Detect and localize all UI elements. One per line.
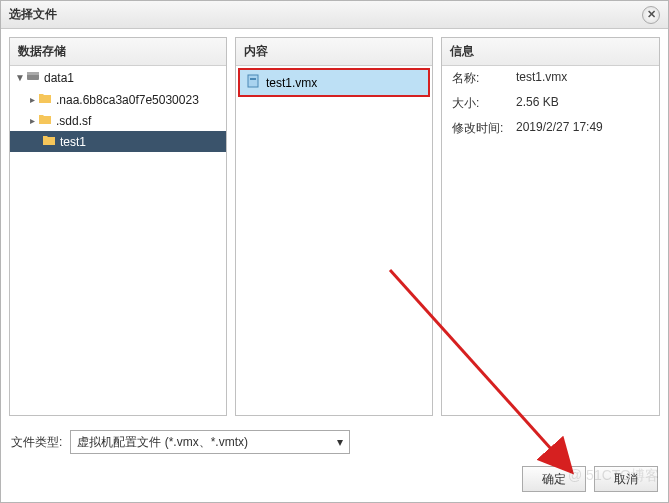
info-label: 大小: <box>452 95 516 112</box>
datastore-tree: ▼ data1 ▸ .naa.6b8ca3a0f7e5030023 ▸ <box>10 66 226 415</box>
ok-button[interactable]: 确定 <box>522 466 586 492</box>
button-label: 取消 <box>614 471 638 488</box>
tree-node-child[interactable]: ▸ .sdd.sf <box>10 110 226 131</box>
tree-node-child[interactable]: ▸ .naa.6b8ca3a0f7e5030023 <box>10 89 226 110</box>
vmx-file-icon <box>246 74 260 91</box>
tree-node-label: .sdd.sf <box>56 114 91 128</box>
file-row-selected[interactable]: test1.vmx <box>238 68 430 97</box>
info-value: 2.56 KB <box>516 95 649 112</box>
info-panel: 信息 名称: test1.vmx 大小: 2.56 KB 修改时间: 2019/… <box>441 37 660 416</box>
info-label: 修改时间: <box>452 120 516 137</box>
svg-rect-2 <box>248 75 258 87</box>
info-row-mtime: 修改时间: 2019/2/27 17:49 <box>442 116 659 141</box>
tree-node-label: test1 <box>60 135 86 149</box>
datastore-panel: 数据存储 ▼ data1 ▸ .naa.6b8ca3a0f7e5030023 <box>9 37 227 416</box>
folder-icon <box>42 134 56 149</box>
tree-node-selected[interactable]: test1 <box>10 131 226 152</box>
expand-icon: ▸ <box>26 115 38 126</box>
info-row-size: 大小: 2.56 KB <box>442 91 659 116</box>
dialog-title: 选择文件 <box>9 6 642 23</box>
folder-icon <box>38 113 52 128</box>
file-select-dialog: 选择文件 ✕ 数据存储 ▼ data1 ▸ <box>0 0 669 503</box>
expand-icon: ▸ <box>26 94 38 105</box>
chevron-down-icon: ▾ <box>337 435 343 449</box>
file-name: test1.vmx <box>266 76 317 90</box>
info-value: 2019/2/27 17:49 <box>516 120 649 137</box>
info-panel-header: 信息 <box>442 38 659 66</box>
svg-rect-1 <box>27 72 39 75</box>
dialog-content: 数据存储 ▼ data1 ▸ .naa.6b8ca3a0f7e5030023 <box>1 29 668 424</box>
info-value: test1.vmx <box>516 70 649 87</box>
tree-node-label: data1 <box>44 71 74 85</box>
titlebar: 选择文件 ✕ <box>1 1 668 29</box>
tree-node-root[interactable]: ▼ data1 <box>10 66 226 89</box>
content-panel: 内容 test1.vmx <box>235 37 433 416</box>
filetype-row: 文件类型: 虚拟机配置文件 (*.vmx、*.vmtx) ▾ <box>1 424 668 460</box>
datastore-panel-header: 数据存储 <box>10 38 226 66</box>
datastore-icon <box>26 69 40 86</box>
close-icon: ✕ <box>647 8 656 21</box>
file-list: test1.vmx <box>236 66 432 415</box>
filetype-label: 文件类型: <box>11 434 62 451</box>
info-row-name: 名称: test1.vmx <box>442 66 659 91</box>
info-label: 名称: <box>452 70 516 87</box>
folder-icon <box>38 92 52 107</box>
content-panel-header: 内容 <box>236 38 432 66</box>
button-label: 确定 <box>542 471 566 488</box>
tree-node-label: .naa.6b8ca3a0f7e5030023 <box>56 93 199 107</box>
info-body: 名称: test1.vmx 大小: 2.56 KB 修改时间: 2019/2/2… <box>442 66 659 415</box>
close-button[interactable]: ✕ <box>642 6 660 24</box>
button-row: 确定 取消 <box>1 460 668 502</box>
svg-rect-3 <box>250 78 256 80</box>
filetype-selected-text: 虚拟机配置文件 (*.vmx、*.vmtx) <box>77 434 248 451</box>
expand-icon: ▼ <box>14 72 26 83</box>
cancel-button[interactable]: 取消 <box>594 466 658 492</box>
filetype-select[interactable]: 虚拟机配置文件 (*.vmx、*.vmtx) ▾ <box>70 430 350 454</box>
